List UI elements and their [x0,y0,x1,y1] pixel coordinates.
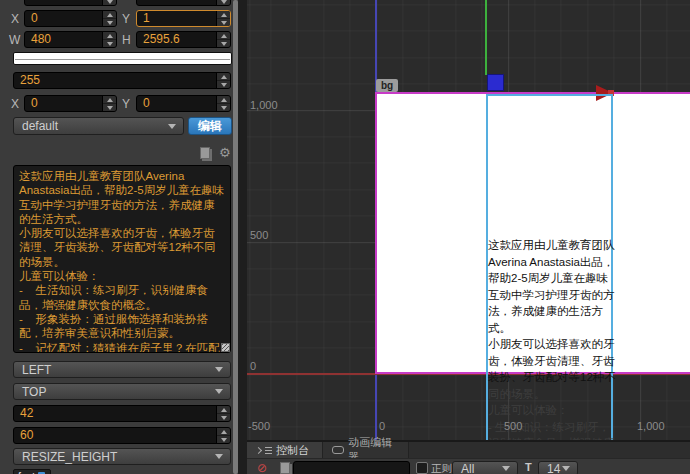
spinner[interactable] [102,96,116,111]
text-size-label: T [525,461,532,473]
chevron-down-icon [215,389,223,394]
console-panel: 控制台 动画编辑器 ⊘ 正则 All T 14 [247,440,690,474]
tab-animation-editor[interactable]: 动画编辑器 [323,442,409,458]
spinner[interactable] [102,0,116,5]
size-h-label: H [122,33,131,47]
cutoff-input-1[interactable] [24,0,117,6]
console-tabbar: 控制台 动画编辑器 [247,442,690,458]
color-swatch[interactable] [13,52,232,65]
size-h-input[interactable]: 2595.6 [136,31,231,48]
animation-icon [332,446,344,454]
position-x-label: X [11,12,19,26]
clear-console-icon[interactable]: ⊘ [257,461,267,474]
h-align-dropdown[interactable]: LEFT [13,361,231,378]
cutoff-input-2[interactable] [136,0,231,6]
position-y-input[interactable]: 1 [136,10,231,27]
axis-label-y: 0 [250,360,256,372]
console-lines-icon [265,447,272,454]
overflow-dropdown[interactable]: RESIZE_HEIGHT [13,448,231,465]
chevron-down-icon [502,466,510,471]
position-y-label: Y [122,12,130,26]
panel-divider [238,0,247,474]
console-toolbar: ⊘ 正则 All T 14 [247,458,690,474]
string-textarea[interactable]: 这款应用由儿童教育团队Averina Anastasia出品，帮助2-5周岁儿童… [13,165,231,353]
inspector-panel: X 0 Y 1 W 480 H 2595.6 255 X [0,0,233,474]
log-level-dropdown[interactable]: All [452,461,518,474]
size-w-label: W [9,33,20,47]
font-size-input[interactable]: 42 [13,405,231,422]
axis-label-y: 1,000 [250,99,278,111]
console-filter-input[interactable] [293,461,410,474]
chevron-down-icon [168,124,176,129]
spinner[interactable] [216,73,230,88]
spinner[interactable] [216,406,230,421]
node-name-tag: bg [376,79,398,92]
log-file-icon[interactable] [280,462,290,474]
spinner[interactable] [216,0,230,5]
alpha-input[interactable]: 255 [13,72,231,89]
gizmo-y-axis[interactable] [485,0,487,75]
pages-icon[interactable] [200,147,210,159]
material-dropdown[interactable]: default [13,117,184,135]
v-align-dropdown[interactable]: TOP [13,383,231,400]
anchor-y-input[interactable]: 0 [136,95,231,112]
size-w-input[interactable]: 480 [24,31,117,48]
axis-label-x: 500 [504,420,522,432]
axis-label-y: 500 [250,229,268,241]
resize-grip[interactable] [221,343,230,352]
label-node-text: 这款应用由儿童教育团队 Averina Anastasia出品， 帮助2-5周岁… [488,237,613,440]
alpha-strip [15,59,230,63]
position-x-input[interactable]: 0 [24,10,117,27]
axis-label-x: -500 [248,420,270,432]
regex-label: 正则 [431,462,452,474]
axis-label-x: 0 [379,420,385,432]
scene-view[interactable]: bg 这款应用由儿童教育团队 Averina Anastasia出品， 帮助2-… [247,0,690,440]
chevron-down-icon [215,367,223,372]
prompt-icon [255,446,262,453]
spinner[interactable] [102,32,116,47]
chevron-down-icon [215,454,223,459]
edit-button[interactable]: 编辑 [188,117,232,135]
font-size-dropdown[interactable]: 14 [538,461,578,474]
font-asset-chip[interactable]: font [13,469,51,474]
spinner[interactable] [216,428,230,443]
spinner[interactable] [216,11,230,26]
line-height-input[interactable]: 60 [13,427,231,444]
editor-window: X 0 Y 1 W 480 H 2595.6 255 X [0,0,690,474]
regex-checkbox[interactable] [416,462,428,474]
anchor-x-label: X [11,97,19,111]
spinner[interactable] [216,96,230,111]
anchor-x-input[interactable]: 0 [24,95,117,112]
gizmo-xy-handle[interactable] [487,74,504,91]
axis-label-x: 1,000 [637,420,665,432]
spinner[interactable] [102,11,116,26]
tab-console[interactable]: 控制台 [247,442,323,458]
anchor-y-label: Y [122,97,130,111]
gear-icon[interactable]: ⚙ [219,147,231,159]
spinner[interactable] [216,32,230,47]
chevron-down-icon [562,466,570,471]
